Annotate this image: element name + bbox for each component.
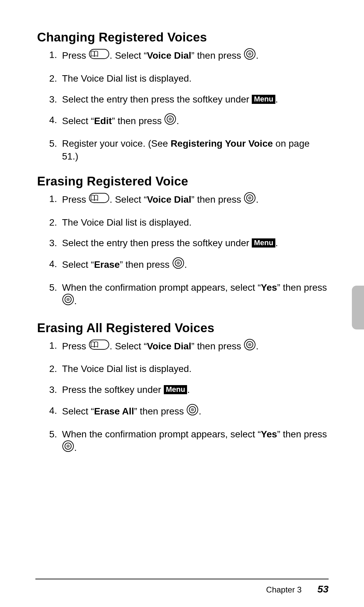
- step-number: 3.: [49, 93, 57, 106]
- footer-page-number: 53: [317, 583, 329, 595]
- step-item: 2.The Voice Dial list is displayed.: [49, 216, 327, 229]
- step-text: Press . Select “Voice Dial” then press .: [62, 341, 259, 351]
- svg-point-16: [66, 298, 70, 301]
- step-text: Select the entry then press the softkey …: [62, 238, 278, 248]
- step-item: 4.Select “Erase” then press .: [49, 258, 327, 273]
- step-number: 4.: [49, 404, 57, 417]
- step-number: 1.: [49, 193, 57, 205]
- phone-book-key-icon: [89, 339, 110, 353]
- phone-book-key-icon: [89, 49, 110, 63]
- svg-point-10: [248, 196, 251, 200]
- section: Changing Registered Voices1.Press . Sele…: [37, 30, 327, 163]
- step-number: 2.: [49, 72, 57, 85]
- step-item: 2.The Voice Dial list is displayed.: [49, 363, 327, 375]
- step-text: Select “Erase All” then press .: [62, 406, 201, 416]
- step-item: 1.Press . Select “Voice Dial” then press…: [49, 339, 327, 355]
- step-item: 5.When the confirmation prompt appears, …: [49, 428, 327, 456]
- section-heading: Erasing All Registered Voices: [37, 321, 327, 335]
- step-text: Select “Erase” then press .: [62, 259, 187, 270]
- section-heading: Changing Registered Voices: [37, 30, 327, 45]
- step-text: Register your voice. (See Registering Yo…: [62, 138, 310, 162]
- svg-point-20: [248, 343, 251, 346]
- ok-center-key-icon: [244, 339, 256, 354]
- page-footer: Chapter 3 53: [266, 583, 329, 595]
- bold-text: Edit: [94, 116, 112, 126]
- ok-center-key-icon: [62, 293, 74, 309]
- step-number: 2.: [49, 216, 57, 229]
- section: Erasing All Registered Voices1.Press . S…: [37, 321, 327, 456]
- step-number: 5.: [49, 137, 57, 150]
- bold-text: Voice Dial: [147, 194, 191, 205]
- svg-point-13: [177, 261, 180, 265]
- section-heading: Erasing Registered Voice: [37, 174, 327, 189]
- step-item: 3.Select the entry then press the softke…: [49, 237, 327, 250]
- step-item: 1.Press . Select “Voice Dial” then press…: [49, 193, 327, 208]
- step-item: 1.Press . Select “Voice Dial” then press…: [49, 49, 327, 64]
- ok-center-key-icon: [186, 404, 199, 419]
- step-list: 1.Press . Select “Voice Dial” then press…: [37, 339, 327, 456]
- step-text: Select “Edit” then press .: [62, 116, 179, 126]
- step-number: 4.: [49, 258, 57, 270]
- bold-text: Yes: [261, 282, 277, 293]
- step-text: When the confirmation prompt appears, se…: [62, 429, 327, 453]
- ok-center-key-icon: [62, 440, 74, 456]
- section: Erasing Registered Voice1.Press . Select…: [37, 174, 327, 310]
- svg-point-3: [248, 52, 251, 56]
- step-number: 3.: [49, 237, 57, 250]
- step-list: 1.Press . Select “Voice Dial” then press…: [37, 49, 327, 163]
- step-number: 4.: [49, 114, 57, 126]
- step-text: The Voice Dial list is displayed.: [62, 217, 191, 228]
- step-text: The Voice Dial list is displayed.: [62, 73, 191, 84]
- svg-point-6: [169, 117, 172, 121]
- menu-softkey-badge: Menu: [252, 238, 275, 248]
- step-number: 3.: [49, 383, 57, 396]
- menu-softkey-badge: Menu: [164, 385, 187, 394]
- step-number: 1.: [49, 339, 57, 352]
- bold-text: Yes: [261, 429, 277, 439]
- ok-center-key-icon: [172, 257, 184, 272]
- ok-center-key-icon: [244, 192, 256, 207]
- step-item: 3.Select the entry then press the softke…: [49, 93, 327, 106]
- step-item: 2.The Voice Dial list is displayed.: [49, 72, 327, 85]
- page-content: Changing Registered Voices1.Press . Sele…: [0, 0, 364, 456]
- svg-point-26: [66, 444, 70, 448]
- bold-text: Voice Dial: [147, 341, 191, 351]
- step-text: When the confirmation prompt appears, se…: [62, 282, 327, 306]
- step-item: 5.When the confirmation prompt appears, …: [49, 281, 327, 310]
- step-text: Press . Select “Voice Dial” then press .: [62, 50, 259, 61]
- step-text: Select the entry then press the softkey …: [62, 94, 278, 105]
- step-item: 4.Select “Erase All” then press .: [49, 404, 327, 420]
- footer-rule: [35, 579, 329, 579]
- step-number: 1.: [49, 49, 57, 61]
- svg-point-23: [191, 408, 194, 411]
- step-item: 5.Register your voice. (See Registering …: [49, 137, 327, 163]
- step-number: 2.: [49, 363, 57, 375]
- step-text: Press . Select “Voice Dial” then press .: [62, 194, 259, 205]
- bold-text: Erase: [94, 259, 120, 270]
- footer-chapter-label: Chapter 3: [266, 585, 302, 594]
- side-index-tab: [352, 286, 364, 329]
- ok-center-key-icon: [244, 48, 256, 63]
- bold-text: Erase All: [94, 406, 134, 416]
- menu-softkey-badge: Menu: [252, 95, 275, 104]
- step-text: Press the softkey under Menu.: [62, 384, 190, 395]
- step-number: 5.: [49, 281, 57, 294]
- step-text: The Voice Dial list is displayed.: [62, 364, 191, 374]
- step-item: 3.Press the softkey under Menu.: [49, 383, 327, 396]
- bold-text: Voice Dial: [147, 50, 191, 61]
- phone-book-key-icon: [89, 193, 110, 207]
- step-item: 4.Select “Edit” then press .: [49, 114, 327, 129]
- step-list: 1.Press . Select “Voice Dial” then press…: [37, 193, 327, 310]
- bold-text: Registering Your Voice: [171, 138, 273, 149]
- step-number: 5.: [49, 428, 57, 441]
- ok-center-key-icon: [164, 113, 176, 128]
